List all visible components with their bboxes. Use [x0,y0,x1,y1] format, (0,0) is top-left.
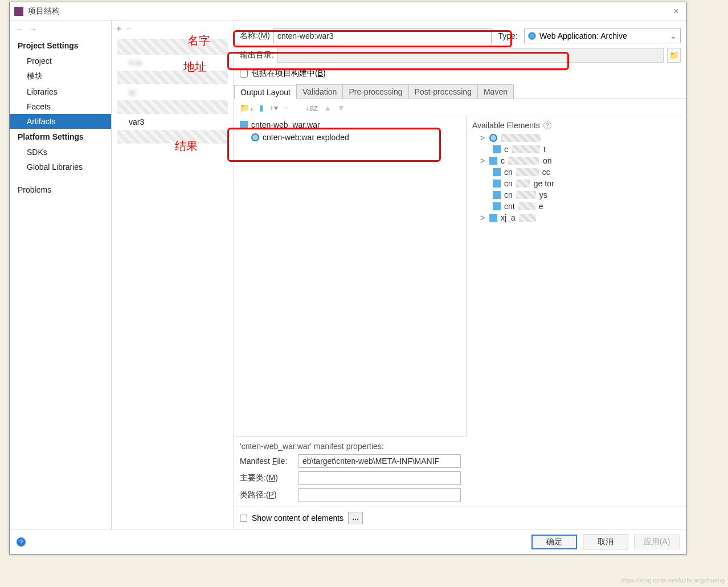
layout-split: cnten-web_war.war cnten-web:war exploded… [234,116,686,437]
remove-icon[interactable]: − [284,103,288,112]
include-build-label: 包括在项目构建中(B) [251,68,326,79]
apply-button[interactable]: 应用(A) [634,535,680,549]
module-icon [489,157,497,165]
manifest-file-row: Manifest File: [240,454,461,468]
artifact-list-blur [117,130,228,144]
project-structure-window: 项目结构 × 名字 地址 结果 ← → Project Settings Pro… [9,2,687,555]
sidebar-item-libraries[interactable]: Libraries [10,84,111,99]
new-folder-icon[interactable]: 📁₊ [240,103,253,112]
manifest-file-input[interactable] [298,454,461,468]
forward-arrow-icon[interactable]: → [29,25,37,34]
show-content-more-button[interactable]: ... [348,512,363,524]
sidebar-item-sdks[interactable]: SDKs [10,145,111,160]
artifact-type-dropdown[interactable]: Web Application: Archive ⌄ [524,28,681,43]
tabs: Output Layout Validation Pre-processing … [234,84,686,99]
artifact-icon [251,133,259,141]
close-icon[interactable]: × [670,6,682,17]
back-arrow-icon[interactable]: ← [15,25,23,34]
available-item[interactable]: cnys [472,189,681,201]
tab-output-layout[interactable]: Output Layout [234,85,297,99]
available-item[interactable]: > [472,132,681,144]
dialog-body: 名字 地址 结果 ← → Project Settings Project 模块… [10,21,686,529]
classpath-input[interactable] [298,488,461,502]
artifact-item[interactable]: ar [112,85,234,99]
artifact-list-blur [117,39,228,55]
window-title: 项目结构 [28,6,670,17]
artifacts-list: n-w ar var3 [112,38,234,529]
layout-toolbar: 📁₊ ▮ +▾ − ↓az ▲ ▼ [234,99,686,116]
web-icon [528,32,536,40]
add-artifact-icon[interactable]: + [116,24,121,34]
sidebar-item-modules[interactable]: 模块 [10,68,111,84]
new-archive-icon[interactable]: ▮ [259,103,264,112]
tree-archive-row[interactable]: cnten-web_war.war [234,119,466,131]
footer-help-icon[interactable]: ? [17,537,26,547]
type-label: Type: [495,31,521,40]
sidebar-item-artifacts[interactable]: Artifacts [10,114,111,129]
artifact-list-blur [117,71,228,84]
output-row: 输出目录: 📁 [234,46,686,65]
include-build-checkbox[interactable] [240,70,248,78]
browse-folder-icon[interactable]: 📁 [667,48,681,63]
available-item[interactable]: cnge tor [472,178,681,189]
ok-button[interactable]: 确定 [531,535,577,549]
move-up-icon[interactable]: ▲ [324,103,332,112]
output-layout-tree: cnten-web_war.war cnten-web:war exploded [234,116,467,437]
titlebar: 项目结构 × [10,2,686,21]
artifact-list-blur [117,100,228,114]
output-dir-label: 输出目录: [240,50,274,60]
dialog-footer: ? 确定 取消 应用(A) [10,529,686,554]
artifacts-toolbar: + − [112,21,234,38]
module-icon [493,168,501,176]
module-icon [493,191,501,199]
available-item[interactable]: >con [472,155,681,166]
artifact-item-selected[interactable]: var3 [112,115,234,129]
tab-preprocessing[interactable]: Pre-processing [342,84,408,99]
tab-maven[interactable]: Maven [477,84,514,99]
manifest-file-label: Manifest File: [240,456,294,466]
chevron-right-icon: > [480,133,486,142]
manifest-panel: 'cnten-web_war.war' manifest properties:… [234,437,467,507]
move-down-icon[interactable]: ▼ [337,103,345,112]
add-copy-icon[interactable]: +▾ [269,103,278,112]
artifact-name: cnten-web:war exploded [263,133,349,142]
artifact-name-input[interactable] [273,28,492,43]
module-icon [493,145,501,153]
watermark: https://blog.csdn.net/luzhuangzhuang [621,577,725,584]
main-class-input[interactable] [298,471,461,485]
project-settings-title: Project Settings [10,38,111,54]
output-dir-input[interactable] [277,48,664,63]
name-row: 名称:(M) Type: Web Application: Archive ⌄ [234,26,686,46]
show-content-checkbox[interactable] [240,515,247,522]
show-content-label: Show content of elements [252,513,343,523]
tab-validation[interactable]: Validation [296,84,343,99]
artifact-detail-panel: 名称:(M) Type: Web Application: Archive ⌄ … [234,21,686,529]
nav-arrows: ← → [10,21,111,38]
artifact-item[interactable]: n-w [112,56,234,70]
available-item[interactable]: >xj_a [472,212,681,223]
show-content-row: Show content of elements ... [234,507,686,529]
remove-artifact-icon[interactable]: − [126,24,131,34]
tab-postprocessing[interactable]: Post-processing [408,84,478,99]
available-item[interactable]: cncc [472,166,681,178]
available-list: > ct >con cncc cnge tor cnys cnte >xj_a [472,132,681,223]
type-value: Web Application: Archive [539,31,666,40]
sidebar-item-global-libs[interactable]: Global Libraries [10,160,111,174]
sidebar-item-problems[interactable]: Problems [10,182,111,197]
available-item[interactable]: ct [472,144,681,155]
module-icon [493,202,501,210]
classpath-label: 类路径:(P) [240,490,294,500]
cancel-button[interactable]: 取消 [583,535,628,549]
tree-artifact-row[interactable]: cnten-web:war exploded [234,131,466,144]
classpath-row: 类路径:(P) [240,488,461,502]
main-class-label: 主要类:(M) [240,473,294,483]
chevron-right-icon: > [480,156,486,165]
available-item[interactable]: cnte [472,201,681,212]
help-icon[interactable]: ? [543,121,551,129]
module-icon [493,180,501,187]
sort-icon[interactable]: ↓az [305,103,318,112]
sidebar-item-project[interactable]: Project [10,54,111,68]
module-icon [489,214,497,222]
manifest-title: 'cnten-web_war.war' manifest properties: [240,442,461,451]
sidebar-item-facets[interactable]: Facets [10,99,111,114]
